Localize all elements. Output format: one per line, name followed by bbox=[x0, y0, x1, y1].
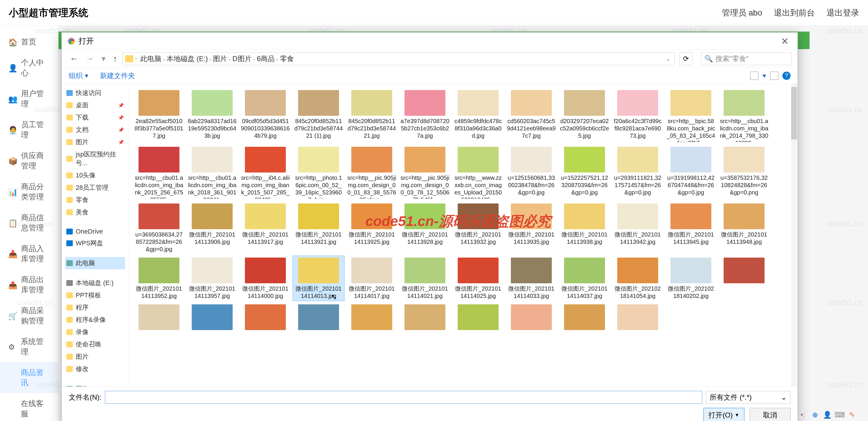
file-item[interactable]: src=http__i04.c.aliimg.com_img_ibank_201… bbox=[239, 145, 291, 200]
file-grid-area[interactable]: 2ea82e55acf50108f3b377a5e0f51017.jpg8ab2… bbox=[129, 84, 798, 387]
path-dropdown-icon[interactable]: ⌄ bbox=[664, 56, 672, 62]
tree-item[interactable]: 10头像 bbox=[65, 169, 125, 182]
file-item[interactable]: 微信图片_20210114114013.jpg bbox=[292, 255, 345, 301]
file-item[interactable]: 微信图片_20210114113938.jpg bbox=[558, 202, 611, 254]
breadcrumb-item[interactable]: 图片 bbox=[211, 55, 229, 63]
file-item[interactable]: 845c20f0d852b11d79c21bd3e5874421 (1).jpg bbox=[292, 88, 345, 144]
file-item[interactable]: u=1251560681,3300238478&fm=26&gp=0.jpg bbox=[505, 145, 557, 200]
close-icon[interactable]: ✕ bbox=[778, 36, 792, 47]
file-item[interactable] bbox=[558, 302, 611, 333]
file-item[interactable]: 微信图片_20210114114025.jpg bbox=[452, 255, 504, 301]
sidebar-item-8[interactable]: 📤商品出库管理 bbox=[0, 269, 58, 300]
tree-item[interactable]: 本地磁盘 (E:) bbox=[65, 277, 125, 289]
forward-icon[interactable]: → bbox=[83, 54, 96, 63]
tree-item[interactable]: 文档📌 bbox=[65, 124, 125, 136]
file-item[interactable] bbox=[452, 302, 504, 333]
sidebar-item-0[interactable]: 🏠首页 bbox=[0, 32, 58, 52]
file-item[interactable]: 微信图片_20210114114021.jpg bbox=[399, 255, 451, 301]
tree-item[interactable]: 网络 bbox=[65, 383, 125, 387]
file-item[interactable]: 微信图片_20210114113952.jpg bbox=[133, 255, 185, 301]
ime-person-icon[interactable]: 👤 bbox=[823, 411, 832, 419]
logout-link[interactable]: 退出登录 bbox=[827, 7, 859, 19]
file-item[interactable]: src=http__www.zzxxb.cn_com_images_Upload… bbox=[452, 145, 504, 200]
ime-punct-icon[interactable]: •: bbox=[799, 411, 807, 419]
sidebar-item-12[interactable]: 在线客服 bbox=[0, 393, 58, 421]
file-item[interactable]: 微信图片_20210114113948.jpg bbox=[718, 202, 770, 254]
file-item[interactable] bbox=[718, 255, 770, 301]
ime-keyboard-icon[interactable]: ⌨ bbox=[835, 411, 844, 419]
file-item[interactable]: 微信图片_20210114113925.jpg bbox=[346, 202, 398, 254]
file-item[interactable] bbox=[239, 302, 291, 333]
filetype-select[interactable]: 所有文件 (*.*)⌄ bbox=[706, 391, 790, 404]
open-button[interactable]: 打开(O) ▼ bbox=[704, 408, 744, 421]
tree-item[interactable]: 美食 bbox=[65, 206, 125, 218]
tree-item[interactable]: WPS网盘 bbox=[65, 237, 125, 249]
file-item[interactable]: 微信图片_20210114114017.jpg bbox=[346, 255, 398, 301]
sidebar-item-4[interactable]: 📦供应商管理 bbox=[0, 145, 58, 176]
tree-item[interactable]: 零食 bbox=[65, 194, 125, 206]
file-item[interactable]: src=http__cbu01.alicdn.com_img_ibank_201… bbox=[186, 145, 238, 200]
file-item[interactable] bbox=[292, 302, 345, 333]
tree-item[interactable]: 程序&录像 bbox=[65, 314, 125, 326]
new-folder-button[interactable]: 新建文件夹 bbox=[100, 71, 135, 81]
file-item[interactable]: a7e397d8d7087205b27cb1e353c6b27a.jpg bbox=[399, 88, 451, 144]
file-item[interactable]: 微信图片_20210114114037.jpg bbox=[558, 255, 611, 301]
tree-item[interactable]: 图片📌 bbox=[65, 136, 125, 148]
file-item[interactable]: src=http__pic.905jimg.com_design_00_01_8… bbox=[346, 145, 398, 200]
tree-item[interactable]: 录像 bbox=[65, 326, 125, 338]
scrollbar-thumb[interactable] bbox=[791, 87, 797, 140]
breadcrumb-item[interactable]: 零食 bbox=[278, 55, 296, 63]
filename-input[interactable] bbox=[105, 391, 702, 404]
file-item[interactable] bbox=[505, 302, 557, 333]
file-item[interactable]: src=http__pic.905jimg.com_design_00_03_7… bbox=[399, 145, 451, 200]
refresh-icon[interactable]: ⟳ bbox=[680, 52, 692, 65]
file-item[interactable]: 微信图片_20210114113906.jpg bbox=[186, 202, 238, 254]
file-item[interactable]: src=http__bpic.588ku.com_back_pic_05_83_… bbox=[665, 88, 717, 144]
tree-item[interactable]: 快速访问 bbox=[65, 87, 125, 99]
dropdown-icon[interactable]: ▾ bbox=[99, 54, 108, 63]
file-item[interactable]: f20a6c42c3f7d99cf8c9281aca7e69073.jpg bbox=[612, 88, 664, 144]
view-mode-icon[interactable] bbox=[750, 72, 758, 80]
file-item[interactable]: src=http__cbu01.alicdn.com_img_ibank_201… bbox=[718, 88, 770, 144]
file-item[interactable]: 微信图片_20210218140202.jpg bbox=[665, 255, 717, 301]
sidebar-item-7[interactable]: 📥商品入库管理 bbox=[0, 238, 58, 269]
search-input[interactable]: 🔍 搜索"零食" bbox=[701, 52, 792, 65]
ime-tool-icon[interactable]: ✎ bbox=[847, 411, 856, 419]
breadcrumb-item[interactable]: 6商品 bbox=[255, 55, 277, 63]
file-item[interactable] bbox=[399, 302, 451, 333]
sidebar-item-1[interactable]: 👤个人中心 bbox=[0, 52, 58, 83]
ime-globe-icon[interactable]: ⊕ bbox=[811, 411, 819, 419]
file-item[interactable] bbox=[133, 302, 185, 333]
tree-item[interactable]: 下载📌 bbox=[65, 111, 125, 124]
up-icon[interactable]: ↑ bbox=[111, 54, 120, 63]
file-item[interactable]: u=2939111821,3217571457&fm=26&gp=0.jpg bbox=[612, 145, 664, 200]
tree-item[interactable]: 修改 bbox=[65, 363, 125, 375]
tree-item[interactable]: jsp医院预约挂号... bbox=[65, 148, 125, 169]
file-item[interactable]: 微信图片_20210218141054.jpg bbox=[612, 255, 664, 301]
file-item[interactable]: 微信图片_20210114113957.jpg bbox=[186, 255, 238, 301]
file-item[interactable] bbox=[612, 302, 664, 333]
file-item[interactable]: u=1522257521,1232087039&fm=26&gp=0.jpg bbox=[558, 145, 611, 200]
tree-item[interactable]: 使命召唤 bbox=[65, 338, 125, 351]
sidebar-item-6[interactable]: 📋商品信息管理 bbox=[0, 207, 58, 238]
tree-item[interactable]: 28员工管理 bbox=[65, 182, 125, 194]
file-item[interactable]: u=3191998112,4267047448&fm=26&gp=0.jpg bbox=[665, 145, 717, 200]
sidebar-item-3[interactable]: 🧑‍💼员工管理 bbox=[0, 114, 58, 145]
file-item[interactable]: src=http__cbu01.alicdn.com_img_ibank_201… bbox=[133, 145, 185, 200]
folder-tree[interactable]: 快速访问桌面📌下载📌文档📌图片📌jsp医院预约挂号...10头像28员工管理零食… bbox=[62, 84, 129, 387]
file-item[interactable]: 845c20f0d852b11d79c21bd3e5874421.jpg bbox=[346, 88, 398, 144]
file-item[interactable]: 微信图片_20210114113928.jpg bbox=[399, 202, 451, 254]
view-dropdown-icon[interactable]: ▾ bbox=[763, 72, 766, 80]
file-item[interactable]: d203297207eca02c52a0959cb6ccf2e5.jpg bbox=[558, 88, 611, 144]
sidebar-item-2[interactable]: 👥用户管理 bbox=[0, 83, 58, 114]
file-item[interactable]: 2ea82e55acf50108f3b377a5e0f51017.jpg bbox=[133, 88, 185, 144]
organize-button[interactable]: 组织 ▾ bbox=[69, 71, 88, 81]
help-icon[interactable]: ? bbox=[782, 72, 790, 80]
file-item[interactable]: 微信图片_20210114114000.jpg bbox=[239, 255, 291, 301]
back-icon[interactable]: ← bbox=[67, 54, 81, 63]
sidebar-item-5[interactable]: 📊商品分类管理 bbox=[0, 176, 58, 207]
file-item[interactable]: 微信图片_20210114113917.jpg bbox=[239, 202, 291, 254]
file-item[interactable]: 微信图片_20210114113932.jpg bbox=[452, 202, 504, 254]
tree-item[interactable]: PPT模板 bbox=[65, 289, 125, 301]
sidebar-item-10[interactable]: ⚙系统管理 bbox=[0, 331, 58, 362]
